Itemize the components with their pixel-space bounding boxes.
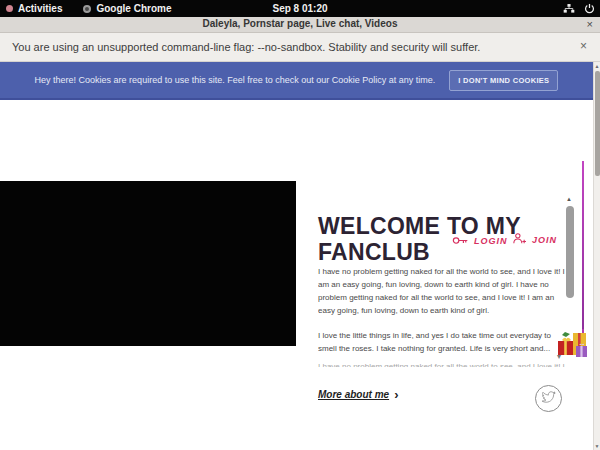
inner-scrollbar-up-icon[interactable]: ▲ — [566, 196, 572, 202]
gift-arrow-icon[interactable]: ▾ — [557, 352, 561, 361]
scrollbar-thumb[interactable] — [595, 71, 600, 176]
decorative-line — [582, 161, 584, 333]
window-title: Daleyla, Pornstar page, Live chat, Video… — [0, 18, 600, 29]
gnome-topbar: Activities Google Chrome Sep 8 01:20 — [0, 0, 600, 17]
inner-scrollbar-thumb[interactable] — [566, 206, 574, 298]
infobar-message: You are using an unsupported command-lin… — [12, 41, 480, 53]
scrollbar-down-icon[interactable]: ▼ — [594, 443, 600, 449]
video-player[interactable] — [0, 181, 296, 346]
twitter-button[interactable] — [535, 385, 562, 412]
network-icon[interactable] — [563, 3, 575, 14]
page-title: WELCOME TO MY FANCLUB — [318, 213, 543, 265]
cookie-banner-message: Hey there! Cookies are required to use t… — [35, 75, 436, 85]
screen: Activities Google Chrome Sep 8 01:20 — [0, 0, 600, 450]
browser-scrollbar[interactable]: ▲ ▼ — [593, 62, 600, 450]
about-paragraph: I have no problem getting naked for all … — [318, 265, 566, 318]
about-paragraph-clipped: I have no problem getting naked for all … — [318, 360, 566, 367]
site-header: LOGO LOGIN JOIN — [0, 100, 593, 181]
scrollbar-up-icon[interactable]: ▲ — [594, 63, 600, 69]
more-about-me-link[interactable]: More about me › — [318, 389, 398, 400]
about-paragraph: I love the little things in life, and ye… — [318, 329, 566, 357]
more-about-me-label: More about me — [318, 389, 389, 400]
window-close-button[interactable]: × — [587, 17, 593, 32]
accept-cookies-button[interactable]: I DON'T MIND COOKIES — [449, 70, 558, 91]
chrome-infobar: You are using an unsupported command-lin… — [0, 33, 600, 62]
window-titlebar[interactable]: Daleyla, Pornstar page, Live chat, Video… — [0, 17, 600, 33]
infobar-close-button[interactable]: × — [580, 39, 587, 53]
gifts-image[interactable] — [556, 329, 593, 359]
clock[interactable]: Sep 8 01:20 — [0, 0, 600, 17]
twitter-icon — [541, 390, 556, 408]
cookie-banner: Hey there! Cookies are required to use t… — [0, 62, 593, 100]
chevron-right-icon: › — [394, 390, 398, 400]
power-icon[interactable] — [584, 3, 595, 14]
